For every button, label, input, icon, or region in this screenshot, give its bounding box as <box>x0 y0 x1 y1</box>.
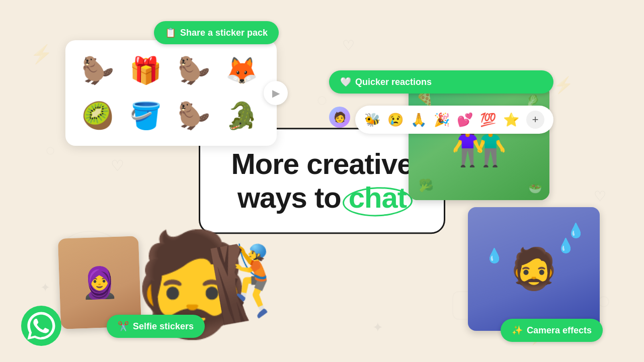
reaction-bee[interactable]: 🐝 <box>364 112 380 128</box>
selfie-emoji: 🧕 <box>80 264 119 301</box>
camera-effects-icon: ✨ <box>512 325 523 336</box>
camera-photo: 🧔 💧 💧 💧 <box>468 207 600 331</box>
reaction-star[interactable]: ⭐ <box>503 112 519 128</box>
headline-text: More creative ways to chat <box>230 147 414 214</box>
reactions-heart-icon: 🤍 <box>340 76 351 87</box>
quicker-reactions-label: Quicker reactions <box>355 77 432 87</box>
sticker-1: 🦫 <box>77 50 118 90</box>
quicker-reactions-badge: 🤍 Quicker reactions <box>329 70 553 94</box>
sticker-2: 🎁 <box>126 50 166 90</box>
tear-emoji-2: 💧 <box>557 237 575 254</box>
svg-text:♡: ♡ <box>111 157 124 174</box>
svg-text:⚡: ⚡ <box>553 75 574 95</box>
camera-effects-badge: ✨ Camera effects <box>501 319 603 342</box>
reaction-party[interactable]: 🎉 <box>434 112 450 128</box>
svg-point-12 <box>47 147 54 154</box>
skier-figure: 🧗 <box>205 232 306 329</box>
sticker-5: 🥝 <box>77 96 118 136</box>
headline-line2: ways to <box>237 181 349 214</box>
sticker-pack-panel: 🦫 🎁 🦫 🦊 🥝 🪣 🦫 🐊 ▶ <box>65 40 277 146</box>
whatsapp-logo <box>21 306 61 346</box>
sticker-7: 🦫 <box>174 96 214 136</box>
tear-emoji-3: 💧 <box>486 247 503 264</box>
sticker-6: 🪣 <box>126 96 166 136</box>
camera-person-emoji: 🧔 <box>509 245 559 293</box>
reaction-hearts[interactable]: 💕 <box>457 112 473 128</box>
share-sticker-icon: 📋 <box>165 27 176 38</box>
svg-point-11 <box>599 297 609 307</box>
svg-point-10 <box>318 97 326 105</box>
sticker-grid: 🦫 🎁 🦫 🦊 🥝 🪣 🦫 🐊 <box>77 50 265 136</box>
svg-text:♡: ♡ <box>342 38 355 53</box>
svg-text:♡: ♡ <box>594 189 606 204</box>
reaction-pray[interactable]: 🙏 <box>411 112 427 128</box>
camera-effects-label: Camera effects <box>527 325 592 336</box>
reactions-add-button[interactable]: + <box>526 111 544 129</box>
tear-emoji-1: 💧 <box>567 222 585 239</box>
svg-text:⚡: ⚡ <box>30 43 53 65</box>
reactions-panel: 🤍 Quicker reactions 🧑 🐝 😢 🙏 🎉 💕 💯 ⭐ + <box>329 70 553 134</box>
share-sticker-badge: 📋 Share a sticker pack <box>154 21 279 44</box>
share-sticker-label: Share a sticker pack <box>180 28 268 38</box>
reaction-100[interactable]: 💯 <box>480 112 496 128</box>
reaction-cry[interactable]: 😢 <box>387 112 404 128</box>
sticker-3: 🦫 <box>174 50 214 90</box>
reactions-avatar: 🧑 <box>329 107 350 128</box>
svg-text:✦: ✦ <box>40 281 50 294</box>
sticker-4: 🦊 <box>222 50 262 90</box>
send-button[interactable]: ▶ <box>264 81 288 105</box>
svg-text:✦: ✦ <box>372 320 383 335</box>
svg-point-13 <box>21 306 61 346</box>
selfie-stickers-icon: ✂️ <box>118 321 129 332</box>
sticker-8: 🐊 <box>222 96 262 136</box>
reactions-emoji-bar[interactable]: 🐝 😢 🙏 🎉 💕 💯 ⭐ + <box>355 106 553 134</box>
headline-chat-word: chat <box>349 181 407 215</box>
headline-line1: More creative <box>231 147 413 180</box>
camera-inner: 🧔 💧 💧 💧 <box>468 207 600 331</box>
selfie-stickers-label: Selfie stickers <box>133 321 194 332</box>
selfie-stickers-badge: ✂️ Selfie stickers <box>107 315 205 338</box>
